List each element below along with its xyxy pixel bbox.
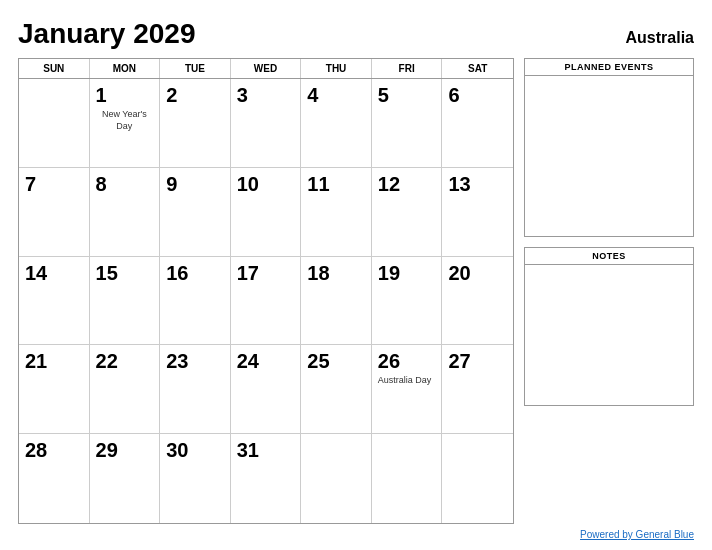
- calendar-cell: 11: [301, 168, 372, 257]
- day-header-sat: SAT: [442, 59, 513, 78]
- calendar-cell: [19, 79, 90, 168]
- day-header-mon: MON: [90, 59, 161, 78]
- date-number: 21: [25, 349, 47, 373]
- calendar-cell: 25: [301, 345, 372, 434]
- calendar-cell: 20: [442, 257, 513, 346]
- calendar-cell: 7: [19, 168, 90, 257]
- date-number: 10: [237, 172, 259, 196]
- calendar-cell: 22: [90, 345, 161, 434]
- day-header-wed: WED: [231, 59, 302, 78]
- date-number: 26: [378, 349, 400, 373]
- notes-content: [525, 265, 693, 405]
- date-number: 13: [448, 172, 470, 196]
- sidebar: PLANNED EVENTS NOTES: [524, 58, 694, 524]
- date-number: 23: [166, 349, 188, 373]
- date-number: 18: [307, 261, 329, 285]
- calendar-cell: 9: [160, 168, 231, 257]
- date-number: 8: [96, 172, 107, 196]
- powered-by-link[interactable]: Powered by General Blue: [580, 529, 694, 540]
- calendar-cell: 13: [442, 168, 513, 257]
- date-number: 29: [96, 438, 118, 462]
- calendar-cell: 14: [19, 257, 90, 346]
- month-title: January 2029: [18, 18, 195, 50]
- date-number: 3: [237, 83, 248, 107]
- calendar-grid: 1New Year's Day2345678910111213141516171…: [19, 79, 513, 523]
- date-number: 31: [237, 438, 259, 462]
- date-number: 15: [96, 261, 118, 285]
- date-number: 27: [448, 349, 470, 373]
- calendar-cell: 26Australia Day: [372, 345, 443, 434]
- calendar-cell: [442, 434, 513, 523]
- day-header-sun: SUN: [19, 59, 90, 78]
- date-number: 7: [25, 172, 36, 196]
- date-number: 19: [378, 261, 400, 285]
- day-header-thu: THU: [301, 59, 372, 78]
- date-number: 25: [307, 349, 329, 373]
- header: January 2029 Australia: [18, 18, 694, 50]
- calendar-cell: 5: [372, 79, 443, 168]
- date-number: 6: [448, 83, 459, 107]
- calendar-cell: 8: [90, 168, 161, 257]
- calendar-cell: 18: [301, 257, 372, 346]
- day-headers: SUNMONTUEWEDTHUFRISAT: [19, 59, 513, 79]
- calendar-cell: 29: [90, 434, 161, 523]
- calendar-cell: 19: [372, 257, 443, 346]
- country-title: Australia: [626, 29, 694, 47]
- calendar-cell: 23: [160, 345, 231, 434]
- date-number: 17: [237, 261, 259, 285]
- calendar-section: SUNMONTUEWEDTHUFRISAT 1New Year's Day234…: [18, 58, 514, 524]
- calendar-cell: 2: [160, 79, 231, 168]
- calendar-cell: 17: [231, 257, 302, 346]
- event-label: Australia Day: [378, 375, 432, 387]
- date-number: 24: [237, 349, 259, 373]
- date-number: 30: [166, 438, 188, 462]
- main-content: SUNMONTUEWEDTHUFRISAT 1New Year's Day234…: [18, 58, 694, 524]
- calendar-cell: 4: [301, 79, 372, 168]
- planned-events-box: PLANNED EVENTS: [524, 58, 694, 237]
- calendar-cell: 21: [19, 345, 90, 434]
- calendar-cell: 31: [231, 434, 302, 523]
- event-label: New Year's Day: [96, 109, 154, 132]
- date-number: 28: [25, 438, 47, 462]
- planned-events-title: PLANNED EVENTS: [525, 59, 693, 76]
- calendar-cell: 27: [442, 345, 513, 434]
- notes-box: NOTES: [524, 247, 694, 406]
- date-number: 4: [307, 83, 318, 107]
- date-number: 5: [378, 83, 389, 107]
- date-number: 9: [166, 172, 177, 196]
- date-number: 12: [378, 172, 400, 196]
- calendar-cell: 3: [231, 79, 302, 168]
- date-number: 22: [96, 349, 118, 373]
- calendar-cell: 6: [442, 79, 513, 168]
- calendar-cell: 10: [231, 168, 302, 257]
- calendar-cell: [301, 434, 372, 523]
- calendar-cell: 28: [19, 434, 90, 523]
- calendar-cell: 15: [90, 257, 161, 346]
- date-number: 20: [448, 261, 470, 285]
- footer: Powered by General Blue: [18, 524, 694, 540]
- planned-events-content: [525, 76, 693, 236]
- calendar-cell: 12: [372, 168, 443, 257]
- calendar-cell: 16: [160, 257, 231, 346]
- calendar-cell: 24: [231, 345, 302, 434]
- notes-title: NOTES: [525, 248, 693, 265]
- day-header-tue: TUE: [160, 59, 231, 78]
- calendar-cell: 1New Year's Day: [90, 79, 161, 168]
- day-header-fri: FRI: [372, 59, 443, 78]
- calendar-cell: [372, 434, 443, 523]
- calendar-cell: 30: [160, 434, 231, 523]
- date-number: 11: [307, 172, 329, 196]
- date-number: 2: [166, 83, 177, 107]
- page: January 2029 Australia SUNMONTUEWEDTHUFR…: [0, 0, 712, 550]
- date-number: 1: [96, 83, 107, 107]
- date-number: 16: [166, 261, 188, 285]
- date-number: 14: [25, 261, 47, 285]
